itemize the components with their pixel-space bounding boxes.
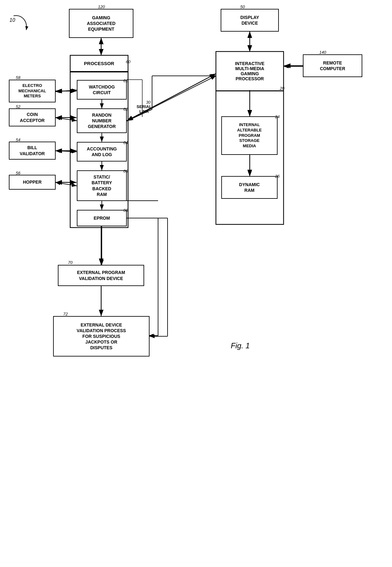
watchdog-box: WATCHDOG CIRCUIT [77,80,127,100]
internal-storage-box: INTERNAL ALTERABLE PROGRAM STORAGE MEDIA [221,116,278,155]
svg-line-14 [127,76,216,121]
ref-68: 68 [123,208,128,213]
ext-device-validation-box: EXTERNAL DEVICE VALIDATION PROCESS FOR S… [53,316,150,357]
ref-58: 58 [16,75,20,80]
interactive-processor-label: INTERACTIVE MULTI-MEDIA GAMING PROCESSOR [216,52,284,91]
ref-56: 56 [16,171,20,175]
coin-acceptor-box: COIN ACCEPTOR [9,108,56,126]
ref-66: 66 [123,169,128,174]
eprom-box: EPROM [77,210,127,226]
remote-computer-box: REMOTE COMPUTER [303,54,362,77]
hopper-box: HOPPER [9,175,56,190]
ref-61: 61 [123,78,128,83]
serial-link-label: SERIAL LINK [137,104,152,114]
dynamic-ram-box: DYNAMIC RAM [221,176,278,199]
electro-meters-box: ELECTRO MECHANICAL METERS [9,80,56,102]
ref-20: 20 [280,86,284,91]
ref-140: 140 [319,50,326,55]
bill-validator-box: BILL VALIDATOR [9,142,56,160]
ref-70: 70 [68,260,72,265]
ref-30: 30 [146,100,150,105]
ref-26: 26 [275,174,279,179]
gaming-equipment-box: GAMING ASSOCIATED EQUIPMENT [69,9,133,38]
ref-62: 62 [123,107,128,112]
ref-72: 72 [63,312,68,316]
processor-label: PROCESSOR [70,55,128,72]
display-device-box: DISPLAY DEVICE [221,9,279,32]
ref-50: 50 [240,4,245,9]
ref-10-arrow [12,14,31,33]
svg-line-24 [55,118,77,121]
ref-24: 24 [275,114,279,119]
diagram: 10 GAMING ASSOCIATED EQUIPMENT 120 PROCE… [0,0,392,567]
ref-52: 52 [16,104,20,109]
random-number-box: RANDON NUMBER GENERATOR [77,108,127,133]
ref-60: 60 [126,59,130,64]
ext-program-validation-box: EXTERNAL PROGRAM VALIDATION DEVICE [58,265,144,286]
fig-label: Fig. 1 [231,341,250,350]
ref-120: 120 [98,4,105,9]
accounting-box: ACCOUNTING AND LOG [77,142,127,162]
static-ram-box: STATIC/ BATTERY BACKED RAM [77,170,127,201]
svg-line-23 [55,90,77,92]
ref-54: 54 [16,137,20,142]
svg-line-25 [55,151,77,152]
svg-line-26 [55,182,77,186]
ref-64: 64 [123,140,128,145]
